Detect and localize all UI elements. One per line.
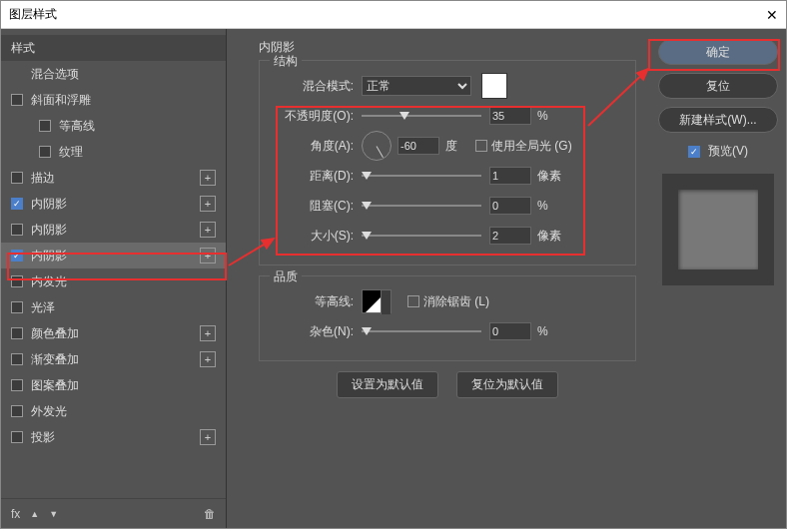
angle-unit: 度 — [445, 138, 475, 155]
blend-mode-select[interactable]: 正常 — [362, 76, 471, 96]
sidebar-item-label: 投影 — [31, 429, 55, 446]
sidebar-item-label: 内发光 — [31, 273, 67, 290]
sidebar-item-9[interactable]: 光泽 — [1, 294, 226, 320]
close-icon[interactable]: ✕ — [766, 7, 778, 23]
add-effect-icon[interactable]: + — [200, 248, 216, 264]
sidebar-item-label: 内阴影 — [31, 196, 67, 213]
size-unit: 像素 — [537, 228, 567, 245]
sidebar-item-14[interactable]: 投影+ — [1, 424, 226, 450]
sidebar-item-checkbox[interactable] — [11, 275, 23, 287]
ok-button[interactable]: 确定 — [658, 39, 778, 65]
sidebar-item-checkbox[interactable] — [11, 198, 23, 210]
sidebar-item-6[interactable]: 内阴影+ — [1, 217, 226, 243]
dialog-title: 图层样式 — [9, 6, 57, 23]
opacity-label: 不透明度(O): — [272, 108, 354, 125]
sidebar-item-checkbox[interactable] — [11, 301, 23, 313]
quality-label: 品质 — [270, 268, 302, 285]
right-column: 确定 复位 新建样式(W)... 预览(V) — [650, 29, 786, 528]
quality-fieldset: 品质 等高线: 消除锯齿 (L) 杂色(N): % — [259, 275, 636, 361]
sidebar-item-8[interactable]: 内发光 — [1, 268, 226, 294]
sidebar-item-checkbox[interactable] — [11, 379, 23, 391]
sidebar-header[interactable]: 样式 — [1, 35, 226, 61]
sidebar-item-3[interactable]: 纹理 — [1, 139, 226, 165]
down-icon[interactable]: ▼ — [49, 509, 58, 519]
preview-inner — [678, 190, 758, 269]
sidebar-item-label: 等高线 — [59, 118, 95, 135]
sidebar-item-label: 纹理 — [59, 144, 83, 161]
blend-mode-label: 混合模式: — [272, 78, 354, 95]
panel-title: 内阴影 — [259, 39, 636, 56]
structure-fieldset: 结构 混合模式: 正常 不透明度(O): % 角度(A): 度 — [259, 60, 636, 266]
structure-label: 结构 — [270, 53, 302, 70]
sidebar-item-7[interactable]: 内阴影+ — [1, 243, 226, 268]
sidebar-item-label: 渐变叠加 — [31, 351, 79, 368]
antialias-checkbox[interactable] — [407, 295, 419, 307]
add-effect-icon[interactable]: + — [200, 429, 216, 445]
color-swatch[interactable] — [481, 73, 507, 99]
sidebar-item-5[interactable]: 内阴影+ — [1, 191, 226, 217]
add-effect-icon[interactable]: + — [200, 196, 216, 212]
size-slider[interactable] — [362, 228, 481, 244]
sidebar-item-checkbox[interactable] — [11, 250, 23, 262]
sidebar-item-checkbox[interactable] — [39, 146, 51, 158]
set-default-button[interactable]: 设置为默认值 — [337, 371, 438, 398]
global-light-label: 使用全局光 (G) — [491, 138, 572, 155]
sidebar-item-label: 图案叠加 — [31, 377, 79, 394]
sidebar-item-label: 描边 — [31, 170, 55, 187]
preview-checkbox[interactable] — [688, 146, 700, 158]
angle-input[interactable] — [397, 137, 439, 155]
sidebar-item-2[interactable]: 等高线 — [1, 113, 226, 139]
choke-slider[interactable] — [362, 198, 481, 214]
sidebar-item-label: 斜面和浮雕 — [31, 92, 91, 109]
cancel-button[interactable]: 复位 — [658, 73, 778, 99]
choke-input[interactable] — [489, 197, 531, 215]
titlebar: 图层样式 ✕ — [1, 1, 786, 29]
opacity-slider[interactable] — [362, 108, 481, 124]
reset-default-button[interactable]: 复位为默认值 — [456, 371, 558, 398]
sidebar-item-11[interactable]: 渐变叠加+ — [1, 346, 226, 372]
sidebar-item-checkbox[interactable] — [11, 353, 23, 365]
sidebar-item-0[interactable]: 混合选项 — [1, 61, 226, 87]
styles-sidebar: 样式 混合选项斜面和浮雕等高线纹理描边+内阴影+内阴影+内阴影+内发光光泽颜色叠… — [1, 29, 227, 528]
size-input[interactable] — [489, 227, 531, 245]
add-effect-icon[interactable]: + — [200, 351, 216, 367]
angle-dial[interactable] — [362, 131, 392, 161]
sidebar-item-4[interactable]: 描边+ — [1, 165, 226, 191]
add-effect-icon[interactable]: + — [200, 170, 216, 186]
opacity-input[interactable] — [489, 107, 531, 125]
choke-unit: % — [537, 199, 567, 213]
sidebar-item-13[interactable]: 外发光 — [1, 398, 226, 424]
noise-input[interactable] — [489, 322, 531, 340]
size-label: 大小(S): — [272, 228, 354, 245]
add-effect-icon[interactable]: + — [200, 222, 216, 238]
opacity-unit: % — [537, 109, 567, 123]
sidebar-item-checkbox[interactable] — [11, 405, 23, 417]
new-style-button[interactable]: 新建样式(W)... — [658, 107, 778, 133]
fx-icon[interactable]: fx — [11, 507, 20, 521]
noise-unit: % — [537, 324, 567, 338]
sidebar-item-checkbox[interactable] — [11, 327, 23, 339]
sidebar-item-10[interactable]: 颜色叠加+ — [1, 320, 226, 346]
global-light-checkbox[interactable] — [475, 140, 487, 152]
noise-label: 杂色(N): — [272, 323, 354, 340]
sidebar-item-checkbox[interactable] — [11, 172, 23, 184]
noise-slider[interactable] — [362, 323, 481, 339]
sidebar-item-checkbox[interactable] — [11, 94, 23, 106]
sidebar-item-1[interactable]: 斜面和浮雕 — [1, 87, 226, 113]
layer-style-dialog: 图层样式 ✕ 样式 混合选项斜面和浮雕等高线纹理描边+内阴影+内阴影+内阴影+内… — [0, 0, 787, 529]
distance-slider[interactable] — [362, 168, 481, 184]
contour-label: 等高线: — [272, 293, 354, 310]
sidebar-item-checkbox[interactable] — [11, 224, 23, 236]
distance-input[interactable] — [489, 167, 531, 185]
trash-icon[interactable]: 🗑 — [204, 507, 216, 521]
sidebar-item-checkbox[interactable] — [39, 120, 51, 132]
sidebar-item-label: 内阴影 — [31, 248, 67, 265]
add-effect-icon[interactable]: + — [200, 325, 216, 341]
sidebar-item-12[interactable]: 图案叠加 — [1, 372, 226, 398]
contour-picker[interactable] — [362, 289, 392, 313]
sidebar-item-checkbox[interactable] — [11, 431, 23, 443]
main-panel: 内阴影 结构 混合模式: 正常 不透明度(O): % 角度(A): — [227, 29, 650, 528]
up-icon[interactable]: ▲ — [30, 509, 39, 519]
preview-box — [662, 174, 774, 285]
angle-label: 角度(A): — [272, 138, 354, 155]
